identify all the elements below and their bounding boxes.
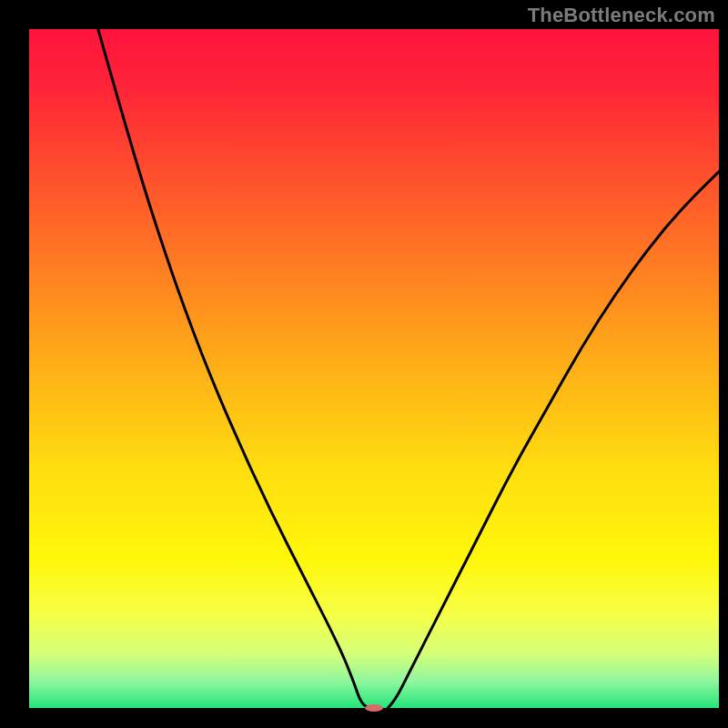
watermark-label: TheBottleneck.com xyxy=(528,4,715,27)
bottleneck-chart xyxy=(0,0,728,728)
bottleneck-marker xyxy=(365,704,383,712)
chart-frame: TheBottleneck.com xyxy=(0,0,728,728)
plot-background xyxy=(29,29,719,708)
